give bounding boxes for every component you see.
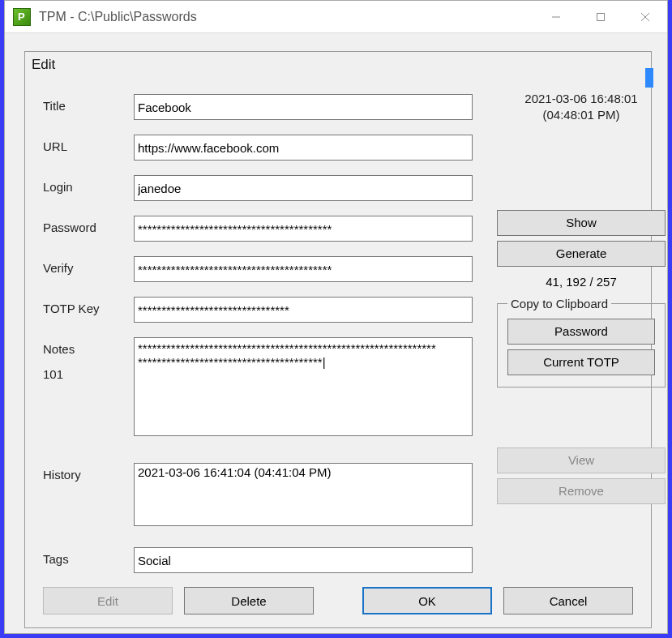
copy-totp-button[interactable]: Current TOTP [507, 349, 655, 375]
edit-button[interactable]: Edit [43, 587, 173, 614]
generate-button[interactable]: Generate [497, 241, 666, 267]
notes-field[interactable] [134, 337, 473, 436]
history-list[interactable]: 2021-03-06 16:41:04 (04:41:04 PM) [134, 463, 473, 526]
close-button[interactable] [623, 1, 667, 32]
copy-to-clipboard-group: Copy to Clipboard Password Current TOTP [497, 297, 666, 388]
notes-label: Notes [43, 342, 134, 356]
window-title: TPM - C:\Public\Passwords [39, 10, 533, 24]
tags-field[interactable] [134, 547, 473, 573]
title-label: Title [43, 94, 134, 113]
password-field[interactable] [134, 216, 473, 242]
dialog-heading: Edit [25, 52, 651, 86]
timestamp-line1: 2021-03-06 16:48:01 [497, 91, 666, 107]
ok-button[interactable]: OK [362, 587, 492, 614]
totp-label: TOTP Key [43, 297, 134, 315]
title-field[interactable] [134, 94, 473, 120]
side-column: 2021-03-06 16:48:01 (04:48:01 PM) Show G… [497, 91, 666, 504]
dialog-bottom-bar: Edit Delete OK Cancel [43, 587, 633, 616]
edit-dialog: Edit 2021-03-06 16:48:01 (04:48:01 PM) S… [24, 51, 652, 628]
login-label: Login [43, 175, 134, 194]
copy-to-clipboard-legend: Copy to Clipboard [507, 297, 611, 310]
cancel-button[interactable]: Cancel [503, 587, 633, 614]
notes-label-col: Notes 101 [43, 337, 134, 381]
view-history-button[interactable]: View [497, 447, 666, 473]
history-label: History [43, 463, 134, 482]
form-area: 2021-03-06 16:48:01 (04:48:01 PM) Show G… [43, 91, 633, 572]
timestamp-line2: (04:48:01 PM) [497, 107, 666, 123]
maximize-button[interactable] [578, 1, 623, 32]
verify-field[interactable] [134, 256, 473, 282]
app-icon [13, 8, 31, 26]
titlebar: TPM - C:\Public\Passwords [5, 1, 667, 33]
minimize-button[interactable] [533, 1, 578, 32]
show-button[interactable]: Show [497, 210, 666, 236]
window-controls [533, 1, 667, 32]
remove-history-button[interactable]: Remove [497, 478, 666, 504]
notes-char-count: 101 [43, 367, 134, 381]
delete-button[interactable]: Delete [184, 587, 314, 614]
login-field[interactable] [134, 175, 473, 201]
url-label: URL [43, 135, 134, 153]
entry-timestamp: 2021-03-06 16:48:01 (04:48:01 PM) [497, 91, 666, 124]
url-field[interactable] [134, 135, 473, 161]
history-item[interactable]: 2021-03-06 16:41:04 (04:41:04 PM) [138, 465, 469, 479]
totp-field[interactable] [134, 297, 473, 323]
app-window: TPM - C:\Public\Passwords Edit 2021-03-0… [4, 0, 668, 634]
tags-label: Tags [43, 547, 134, 566]
copy-password-button[interactable]: Password [507, 319, 655, 345]
scroll-accent [645, 68, 653, 88]
svg-rect-1 [597, 13, 604, 20]
verify-label: Verify [43, 256, 134, 275]
password-stats: 41, 192 / 257 [497, 275, 666, 289]
password-label: Password [43, 216, 134, 234]
